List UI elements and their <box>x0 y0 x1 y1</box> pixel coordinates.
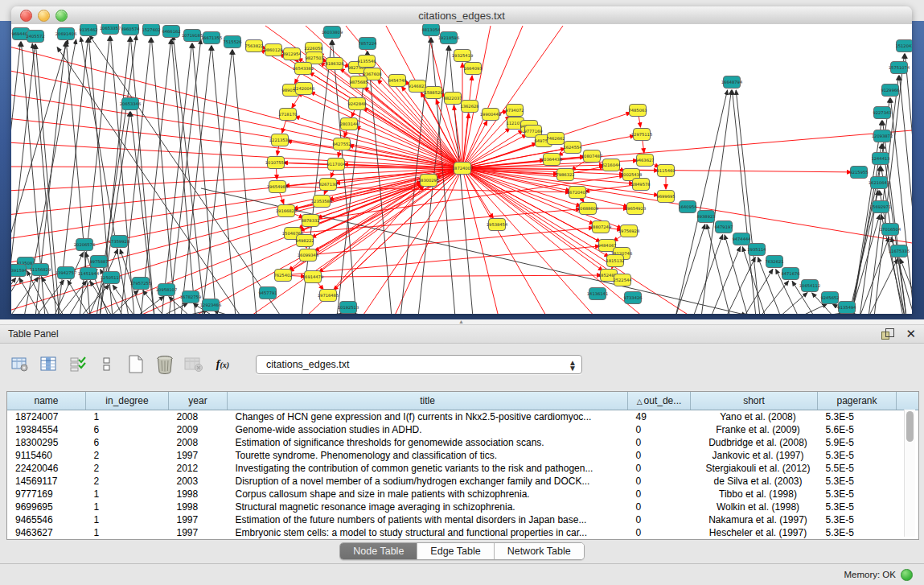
tab-network-table[interactable]: Network Table <box>495 543 584 559</box>
table-cell[interactable]: 0 <box>628 501 691 513</box>
table-cell[interactable]: 2009 <box>169 423 228 436</box>
table-cell[interactable]: 5.3E-5 <box>818 475 897 488</box>
table-cell[interactable]: Tibbo et al. (1998) <box>691 488 818 501</box>
table-cell[interactable]: 0 <box>628 462 691 475</box>
table-row[interactable]: 1938455462009Genome-wide association stu… <box>7 423 919 436</box>
table-cell[interactable]: 0 <box>628 488 691 501</box>
function-fx-icon[interactable]: f(x) <box>212 355 233 374</box>
table-cell[interactable]: Genome-wide association studies in ADHD. <box>228 423 628 436</box>
close-window-icon[interactable] <box>20 10 32 22</box>
table-cell[interactable]: Yano et al. (2008) <box>691 410 818 424</box>
table-cell[interactable]: 5.5E-5 <box>818 462 897 475</box>
table-cell[interactable]: 5.3E-5 <box>818 488 897 501</box>
table-cell[interactable]: 5.9E-5 <box>818 436 897 449</box>
table-scrollbar-thumb[interactable] <box>906 411 914 442</box>
float-window-icon[interactable] <box>881 328 894 340</box>
table-cell[interactable]: de Silva et al. (2003) <box>691 475 818 488</box>
table-cell[interactable]: 2008 <box>169 410 228 424</box>
table-cell[interactable]: 0 <box>628 423 691 436</box>
table-row[interactable]: 911546021997Tourette syndrome. Phenomeno… <box>7 449 919 462</box>
table-row[interactable]: 946362711997Embryonic stem cells: a mode… <box>7 526 919 539</box>
window-titlebar[interactable]: citations_edges.txt <box>11 6 912 25</box>
splitter-grip-icon[interactable]: ▲ <box>458 320 466 323</box>
table-cell[interactable]: 0 <box>628 475 691 488</box>
table-cell[interactable]: Dudbridge et al. (2008) <box>691 436 818 449</box>
tab-edge-table[interactable]: Edge Table <box>417 543 494 559</box>
select-all-check-icon[interactable] <box>68 355 88 374</box>
table-cell[interactable]: 5.6E-5 <box>818 423 897 436</box>
table-cell[interactable]: 9463627 <box>7 526 86 539</box>
column-header-out-de-[interactable]: △out_de... <box>628 392 691 410</box>
table-cell[interactable]: Estimation of significance thresholds fo… <box>228 436 628 449</box>
tab-node-table[interactable]: Node Table <box>340 543 417 559</box>
table-cell[interactable]: 0 <box>628 449 691 462</box>
table-cell[interactable]: 9465546 <box>7 513 86 526</box>
column-header-title[interactable]: title <box>228 392 628 410</box>
table-cell[interactable]: 1997 <box>169 449 228 462</box>
table-cell[interactable]: Disruption of a novel member of a sodium… <box>228 475 628 488</box>
table-scrollbar[interactable] <box>904 410 915 537</box>
network-canvas[interactable]: 9694407240557220691406913546210653357896… <box>11 24 912 314</box>
table-cell[interactable]: Corpus callosum shape and size in male p… <box>228 488 628 501</box>
table-row[interactable]: 1456911722003Disruption of a novel membe… <box>7 475 919 488</box>
table-cell[interactable]: 1 <box>86 410 169 424</box>
table-cell[interactable]: 2008 <box>169 436 228 449</box>
table-cell[interactable]: 2012 <box>169 462 228 475</box>
table-cell[interactable]: 2003 <box>169 475 228 488</box>
table-cell[interactable]: 2 <box>86 475 169 488</box>
table-cell[interactable]: 1 <box>86 513 169 526</box>
table-cell[interactable]: 49 <box>628 410 691 424</box>
table-cell[interactable]: Embryonic stem cells: a model to study s… <box>228 526 628 539</box>
table-cell[interactable]: 22420046 <box>7 462 86 475</box>
zoom-window-icon[interactable] <box>55 10 68 22</box>
table-source-dropdown[interactable]: citations_edges.txt ▲▼ <box>256 355 582 374</box>
table-row[interactable]: 977716911998Corpus callosum shape and si… <box>7 488 919 501</box>
table-cell[interactable]: Hescheler et al. (1997) <box>691 526 818 539</box>
table-cell[interactable]: 9777169 <box>7 488 86 501</box>
table-cell[interactable]: Changes of HCN gene expression and I(f) … <box>228 410 628 424</box>
table-cell[interactable]: 5.3E-5 <box>818 501 897 513</box>
table-cell[interactable]: 18724007 <box>7 410 86 424</box>
table-cell[interactable]: 1998 <box>169 488 228 501</box>
table-cell[interactable]: Structural magnetic resonance image aver… <box>228 501 628 513</box>
table-settings-icon[interactable] <box>10 355 31 374</box>
table-cell[interactable]: Tourette syndrome. Phenomenology and cla… <box>228 449 628 462</box>
table-cell[interactable]: 5.3E-5 <box>818 513 897 526</box>
table-cell[interactable]: 0 <box>628 526 691 539</box>
table-cell[interactable]: 6 <box>86 423 169 436</box>
close-icon[interactable]: ✕ <box>906 328 916 340</box>
table-cell[interactable]: 0 <box>628 436 691 449</box>
table-cell[interactable]: Jankovic et al. (1997) <box>691 449 818 462</box>
table-cell[interactable]: 6 <box>86 436 169 449</box>
table-cell[interactable]: Investigating the contribution of common… <box>228 462 628 475</box>
table-cell[interactable]: 0 <box>628 513 691 526</box>
table-cell[interactable]: 1997 <box>169 526 228 539</box>
table-cell[interactable]: 5.3E-5 <box>818 410 897 424</box>
table-cell[interactable]: 1 <box>86 501 169 513</box>
table-cell[interactable]: 1998 <box>169 501 228 513</box>
column-header-in-degree[interactable]: in_degree <box>86 392 169 410</box>
table-cell[interactable]: 1997 <box>169 513 228 526</box>
column-header-pagerank[interactable]: pagerank <box>818 392 897 410</box>
table-cell[interactable]: Estimation of the future numbers of pati… <box>228 513 628 526</box>
table-cell[interactable]: 19384554 <box>7 423 86 436</box>
table-cell[interactable]: 2 <box>86 462 169 475</box>
table-cell[interactable]: 1 <box>86 526 169 539</box>
table-row[interactable]: 2242004622012Investigating the contribut… <box>7 462 919 475</box>
table-cell[interactable]: Nakamura et al. (1997) <box>691 513 818 526</box>
trash-icon[interactable] <box>154 355 175 374</box>
table-row[interactable]: 1830029562008Estimation of significance … <box>7 436 919 449</box>
table-column-icon[interactable] <box>39 355 60 374</box>
column-header-name[interactable]: name <box>7 392 86 410</box>
column-header-short[interactable]: short <box>691 392 818 410</box>
table-cell[interactable]: 2 <box>86 449 169 462</box>
table-cell[interactable]: Franke et al. (2009) <box>691 423 818 436</box>
table-row[interactable]: 969969511998Structural magnetic resonanc… <box>7 501 919 513</box>
table-cell[interactable]: 18300295 <box>7 436 86 449</box>
table-cell[interactable]: 14569117 <box>7 475 86 488</box>
table-cell[interactable]: Stergiakouli et al. (2012) <box>691 462 818 475</box>
delete-table-icon[interactable] <box>183 355 204 374</box>
table-cell[interactable]: 9115460 <box>7 449 86 462</box>
table-cell[interactable]: 5.3E-5 <box>818 526 897 539</box>
panel-splitter[interactable]: ▲ <box>0 319 924 325</box>
